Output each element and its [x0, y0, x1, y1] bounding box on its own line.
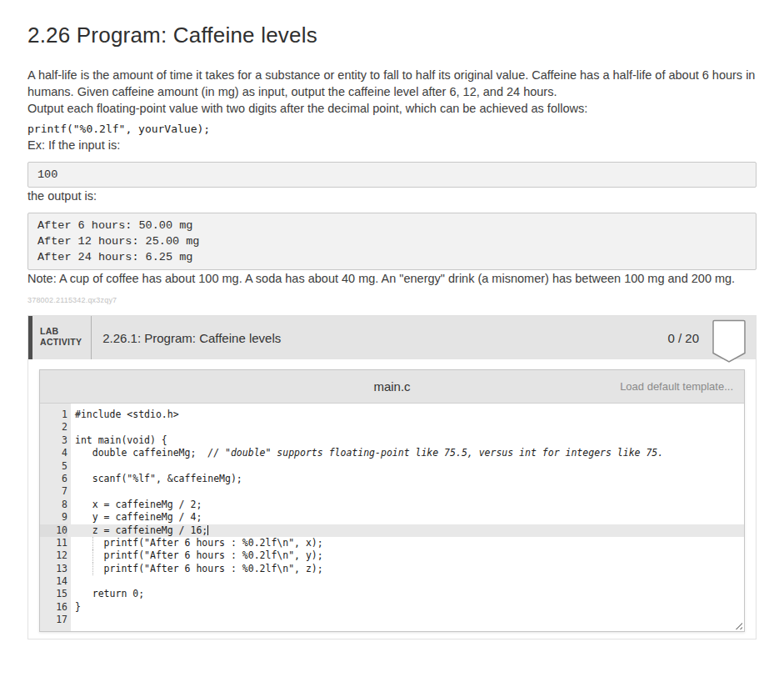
line-number: 2	[40, 421, 67, 434]
format-instruction-text: Output each floating-point value with tw…	[27, 102, 587, 115]
code-line[interactable]: int main(void) {	[71, 434, 744, 447]
line-number: 10	[40, 524, 67, 537]
code-line[interactable]: }	[71, 601, 744, 614]
code-text: printf("After 6 hours : %0.2lf\n", z);	[75, 563, 323, 574]
line-numbers: 1234567891011121314151617	[40, 404, 71, 631]
code-text: return 0;	[75, 588, 144, 599]
format-instruction: Output each floating-point value with tw…	[27, 100, 757, 137]
code-line[interactable]: printf("After 6 hours : %0.2lf\n", z);	[71, 563, 744, 575]
code-area[interactable]: 1234567891011121314151617 #include <stdi…	[40, 404, 744, 631]
line-number: 16	[40, 601, 67, 614]
lab-activity-body: main.c Load default template... 12345678…	[28, 359, 756, 639]
code-line[interactable]	[71, 460, 744, 473]
code-line[interactable]	[71, 614, 744, 626]
example-output-box: After 6 hours: 50.00 mg After 12 hours: …	[27, 213, 757, 270]
code-text: double caffeineMg;	[75, 447, 207, 459]
lab-activity-badge: LAB ACTIVITY	[32, 316, 91, 359]
code-line[interactable]: x = caffeineMg / 2;	[71, 499, 744, 511]
line-number: 12	[40, 549, 67, 562]
code-comment: // "double" supports floating-point like…	[207, 447, 663, 459]
code-text: printf("After 6 hours : %0.2lf\n", y);	[75, 549, 323, 561]
code-line[interactable]: double caffeineMg; // "double" supports …	[71, 447, 744, 459]
line-number: 17	[40, 614, 67, 626]
code-text: printf("After 6 hours : %0.2lf\n", x);	[75, 537, 323, 549]
code-line[interactable]: z = caffeineMg / 16;	[71, 524, 744, 537]
load-default-template-link[interactable]: Load default template...	[620, 370, 733, 404]
code-text: }	[75, 601, 81, 613]
score-text: 0 / 20	[667, 331, 699, 345]
page-title: 2.26 Program: Caffeine levels	[27, 23, 757, 48]
code-text: y = caffeineMg / 4;	[75, 511, 202, 523]
code-text: x = caffeineMg / 2;	[75, 499, 202, 510]
code-text: #include <stdio.h>	[75, 409, 179, 420]
code-line[interactable]	[71, 421, 744, 434]
line-number: 15	[40, 588, 67, 600]
editor-header: main.c Load default template...	[40, 370, 744, 404]
line-number: 7	[40, 485, 67, 498]
activity-id: 378002.2115342.qx3zqy7	[27, 296, 757, 304]
code-text: int main(void) {	[75, 434, 167, 446]
line-number: 11	[40, 537, 67, 549]
line-number: 13	[40, 563, 67, 575]
code-line[interactable]	[71, 485, 744, 498]
note-text: Note: A cup of coffee has about 100 mg. …	[27, 270, 757, 287]
line-number: 14	[40, 575, 67, 588]
code-line[interactable]: scanf("%lf", &caffeineMg);	[71, 473, 744, 485]
line-number: 8	[40, 499, 67, 511]
code-editor: main.c Load default template... 12345678…	[39, 369, 745, 632]
example-output-label: the output is:	[27, 188, 757, 204]
lab-activity-card: LAB ACTIVITY 2.26.1: Program: Caffeine l…	[27, 315, 757, 639]
line-number: 9	[40, 511, 67, 524]
lab-badge-line2: ACTIVITY	[40, 337, 82, 348]
code-line[interactable]: #include <stdio.h>	[71, 409, 744, 421]
example-input-label: Ex: If the input is:	[27, 137, 757, 153]
text-cursor	[207, 525, 208, 535]
lab-activity-header: LAB ACTIVITY 2.26.1: Program: Caffeine l…	[28, 316, 756, 359]
code-line[interactable]	[71, 575, 744, 588]
lab-activity-title: 2.26.1: Program: Caffeine levels	[92, 331, 667, 345]
code-line[interactable]: return 0;	[71, 588, 744, 600]
pennant-outline-icon	[712, 319, 747, 364]
example-input-box: 100	[27, 162, 757, 188]
code-lines[interactable]: #include <stdio.h>int main(void) { doubl…	[71, 404, 744, 631]
line-number: 6	[40, 473, 67, 485]
line-number: 3	[40, 434, 67, 447]
lab-badge-line1: LAB	[40, 326, 82, 337]
code-text: scanf("%lf", &caffeineMg);	[75, 473, 242, 484]
code-line[interactable]: printf("After 6 hours : %0.2lf\n", y);	[71, 549, 744, 562]
line-number: 1	[40, 409, 67, 421]
intro-text: A half-life is the amount of time it tak…	[27, 67, 757, 100]
code-line[interactable]: printf("After 6 hours : %0.2lf\n", x);	[71, 537, 744, 549]
line-number: 4	[40, 447, 67, 459]
code-line[interactable]: y = caffeineMg / 4;	[71, 511, 744, 524]
page: 2.26 Program: Caffeine levels A half-lif…	[0, 23, 784, 639]
code-text: z = caffeineMg / 16;	[75, 524, 207, 536]
format-code-snippet: printf("%0.2lf", yourValue);	[27, 122, 757, 137]
line-number: 5	[40, 460, 67, 473]
